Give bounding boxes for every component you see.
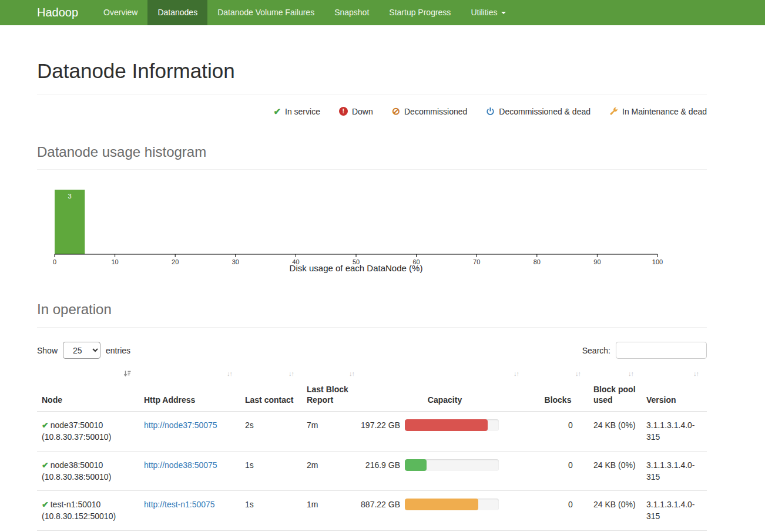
legend-down: ! Down <box>339 106 373 116</box>
column-header-capacity[interactable]: Capacity ↓↑ <box>363 367 527 412</box>
last-block-report-cell: 2m <box>302 451 363 491</box>
node-ip: (10.8.30.37:50010) <box>42 432 111 442</box>
table-row: ✔test-n1:50010 (10.8.30.152:50010) http:… <box>37 491 707 531</box>
last-block-report-cell: 1m <box>302 491 363 531</box>
histogram-divider <box>37 169 707 170</box>
svg-text:3: 3 <box>68 193 72 200</box>
blocks-cell: 0 <box>527 451 589 491</box>
capacity-cell: 887.22 GB <box>367 499 522 510</box>
column-header-http-address[interactable]: Http Address ↓↑ <box>139 367 240 412</box>
last-block-report-cell: 7m <box>302 412 363 452</box>
title-divider <box>37 95 707 95</box>
nav-item-datanode-volume-failures[interactable]: Datanode Volume Failures <box>207 0 324 25</box>
legend-in-service-label: In service <box>285 107 320 116</box>
check-icon: ✔ <box>42 460 49 470</box>
top-navbar: Hadoop Overview Datanodes Datanode Volum… <box>0 0 765 25</box>
sort-icon: ↓↑ <box>575 370 581 378</box>
capacity-cell: 216.9 GB <box>367 459 522 471</box>
sort-icon: ↓↑ <box>288 370 294 378</box>
node-ip: (10.8.30.152:50010) <box>42 511 116 521</box>
svg-text:90: 90 <box>593 258 600 265</box>
table-row: ✔node38:50010 (10.8.30.38:50010) http://… <box>37 451 707 491</box>
block-pool-used-cell: 24 KB (0%) <box>589 412 642 452</box>
version-cell: 3.1.1.3.1.4.0-315 <box>642 451 707 491</box>
node-ip: (10.8.30.38:50010) <box>42 472 111 482</box>
svg-text:10: 10 <box>111 258 118 265</box>
show-label: Show <box>37 346 58 355</box>
nav-item-overview[interactable]: Overview <box>93 0 147 25</box>
nav-item-utilities-label: Utilities <box>471 0 497 25</box>
sort-icon: ↓↑ <box>227 370 232 378</box>
column-header-last-contact[interactable]: Last contact ↓↑ <box>240 367 302 412</box>
blocks-cell: 0 <box>527 412 589 452</box>
node-cell: ✔test-n1:50010 (10.8.30.152:50010) <box>37 491 139 531</box>
capacity-cell: 197.22 GB <box>367 419 522 431</box>
legend-decommissioned-label: Decommissioned <box>404 107 467 116</box>
sort-asc-icon <box>123 370 131 380</box>
version-cell: 3.1.1.3.1.4.0-315 <box>642 412 707 452</box>
legend-decommissioned-dead: Decommissioned & dead <box>486 106 590 116</box>
exclamation-circle-icon: ! <box>339 107 348 116</box>
svg-text:80: 80 <box>534 258 541 265</box>
legend-decommissioned-dead-label: Decommissioned & dead <box>499 107 590 116</box>
http-address-link[interactable]: http://test-n1:50075 <box>144 500 215 509</box>
legend-decommissioned: ⊘ Decommissioned <box>392 106 468 116</box>
sort-icon: ↓↑ <box>514 370 519 378</box>
nav-items: Overview Datanodes Datanode Volume Failu… <box>93 0 515 25</box>
legend-maintenance-dead: In Maintenance & dead <box>609 106 707 116</box>
version-cell: 3.1.1.3.1.4.0-315 <box>642 491 707 531</box>
sort-icon: ↓↑ <box>349 370 354 378</box>
last-contact-cell: 2s <box>240 412 302 452</box>
entries-label: entries <box>106 346 130 355</box>
http-address-link[interactable]: http://node37:50075 <box>144 420 217 430</box>
search-input[interactable] <box>616 342 707 359</box>
svg-text:Disk usage of each DataNode (%: Disk usage of each DataNode (%) <box>290 263 423 273</box>
last-contact-cell: 1s <box>240 491 302 531</box>
http-address-link[interactable]: http://node38:50075 <box>144 460 217 470</box>
last-contact-cell: 1s <box>240 451 302 491</box>
check-icon: ✔ <box>42 500 49 509</box>
sort-icon: ↓↑ <box>693 370 699 378</box>
nav-item-snapshot[interactable]: Snapshot <box>324 0 379 25</box>
table-search-control: Search: <box>582 342 707 359</box>
legend-maintenance-dead-label: In Maintenance & dead <box>622 107 707 116</box>
status-legend: ✔ In service ! Down ⊘ Decommissioned Dec… <box>37 106 707 116</box>
legend-down-label: Down <box>352 107 373 116</box>
node-cell: ✔node37:50010 (10.8.30.37:50010) <box>37 412 139 452</box>
page-length-control: Show 25 entries <box>37 342 130 359</box>
table-row: ✔node37:50010 (10.8.30.37:50010) http://… <box>37 412 707 452</box>
wrench-icon <box>609 107 618 116</box>
blocks-cell: 0 <box>527 491 589 531</box>
nav-item-utilities[interactable]: Utilities <box>461 0 515 25</box>
svg-text:30: 30 <box>232 258 239 265</box>
column-header-node[interactable]: Node <box>37 367 139 412</box>
capacity-bar <box>405 499 499 510</box>
chevron-down-icon <box>501 12 506 14</box>
power-icon <box>486 107 495 116</box>
svg-text:20: 20 <box>172 258 179 265</box>
node-cell: ✔node38:50010 (10.8.30.38:50010) <box>37 451 139 491</box>
datanode-usage-histogram: 30102030405060708090100Disk usage of eac… <box>37 185 707 273</box>
table-header-row: Node Http Address ↓↑ Last contact <box>37 367 707 412</box>
column-header-last-block-report[interactable]: Last Block Report ↓↑ <box>302 367 363 412</box>
nav-item-datanodes[interactable]: Datanodes <box>147 0 207 25</box>
check-icon: ✔ <box>42 420 49 430</box>
block-pool-used-cell: 24 KB (0%) <box>589 491 642 531</box>
column-header-blocks[interactable]: Blocks ↓↑ <box>527 367 589 412</box>
svg-text:100: 100 <box>652 258 663 265</box>
in-operation-divider <box>37 327 707 328</box>
nav-item-startup-progress[interactable]: Startup Progress <box>379 0 461 25</box>
sort-icon: ↓↑ <box>628 370 633 378</box>
search-label: Search: <box>582 346 610 355</box>
in-operation-section-title: In operation <box>37 301 707 318</box>
datanodes-table: Node Http Address ↓↑ Last contact <box>37 367 707 531</box>
brand-hadoop[interactable]: Hadoop <box>37 0 78 25</box>
capacity-bar <box>405 419 499 431</box>
block-pool-used-cell: 24 KB (0%) <box>589 451 642 491</box>
check-icon: ✔ <box>273 107 281 116</box>
column-header-version[interactable]: Version ↓↑ <box>642 367 707 412</box>
page-length-select[interactable]: 25 <box>63 342 100 359</box>
histogram-section-title: Datanode usage histogram <box>37 144 707 160</box>
column-header-block-pool-used[interactable]: Block pool used ↓↑ <box>589 367 642 412</box>
page-title: Datanode Information <box>37 59 707 83</box>
